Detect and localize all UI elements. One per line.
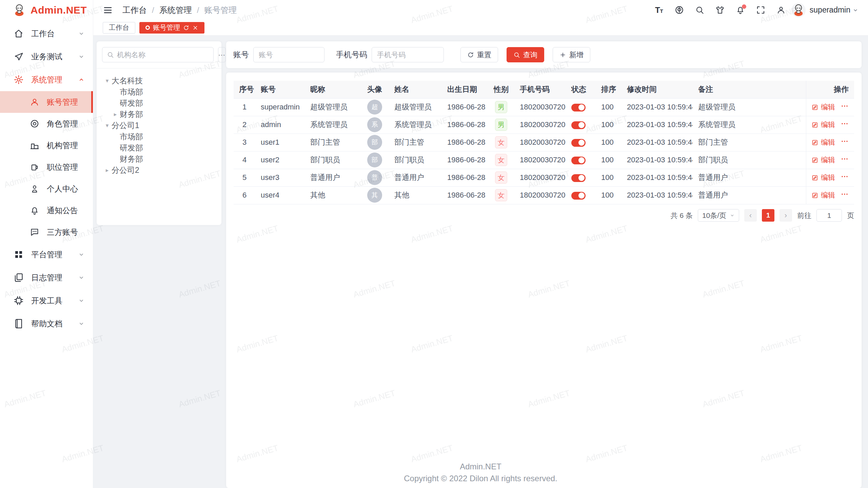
sidebar-item-开发工具[interactable]: 开发工具 — [0, 289, 93, 312]
account-filter-input[interactable] — [253, 47, 324, 62]
account-table-panel: 序号账号昵称头像姓名出生日期性别手机号码状态排序修改时间备注操作 1supera… — [226, 73, 862, 488]
more-actions-button[interactable] — [841, 172, 849, 183]
phone-filter-input[interactable] — [372, 47, 444, 62]
sidebar-item-日志管理[interactable]: 日志管理 — [0, 266, 93, 289]
sidebar-item-label: 开发工具 — [31, 296, 78, 306]
logo[interactable]: Admin.NET — [0, 0, 93, 20]
refresh-icon[interactable] — [183, 25, 189, 31]
cell-phone: 18020030720 — [514, 169, 566, 186]
tree-node-市场部[interactable]: 市场部 — [100, 131, 218, 142]
edit-icon — [811, 121, 818, 128]
status-toggle[interactable] — [571, 104, 586, 111]
edit-button-label: 编辑 — [821, 190, 835, 200]
status-toggle[interactable] — [571, 174, 586, 182]
cell-remark: 部门职员 — [693, 151, 806, 169]
cell-index: 5 — [234, 169, 255, 186]
sidebar-item-工作台[interactable]: 工作台 — [0, 22, 93, 45]
search-icon — [107, 51, 114, 58]
page-size-select[interactable]: 10条/页 — [698, 209, 739, 222]
edit-button[interactable]: 编辑 — [811, 138, 835, 147]
more-actions-button[interactable] — [841, 120, 849, 130]
cell-phone: 18020030720 — [514, 98, 566, 116]
edit-button-label: 编辑 — [821, 155, 835, 165]
tree-node-财务部[interactable]: 财务部 — [100, 154, 218, 165]
sidebar-item-三方账号[interactable]: 三方账号 — [0, 221, 93, 243]
gear-icon — [14, 75, 24, 85]
close-icon[interactable] — [192, 25, 198, 31]
fullscreen-icon[interactable] — [754, 3, 768, 17]
goto-label: 前往 — [797, 211, 811, 220]
tree-node-市场部[interactable]: 市场部 — [100, 86, 218, 98]
user-menu[interactable]: superadmin — [791, 3, 859, 17]
sidebar-item-角色管理[interactable]: 角色管理 — [0, 113, 93, 135]
sidebar-item-通知公告[interactable]: 通知公告 — [0, 200, 93, 221]
add-button[interactable]: 新增 — [553, 47, 590, 62]
edit-button-label: 编辑 — [821, 120, 835, 129]
edit-button[interactable]: 编辑 — [811, 102, 835, 112]
more-actions-button[interactable] — [841, 155, 849, 165]
goto-page-input[interactable] — [816, 209, 842, 222]
cell-gender: 男 — [488, 98, 514, 116]
sidebar-item-账号管理[interactable]: 账号管理 — [0, 91, 93, 113]
org-more-button[interactable]: ... — [218, 47, 226, 62]
edit-button[interactable]: 编辑 — [811, 120, 835, 129]
username: superadmin — [810, 5, 850, 15]
toggle-knob — [578, 140, 585, 146]
tree-node-label: 分公司1 — [112, 120, 139, 131]
edit-button[interactable]: 编辑 — [811, 190, 835, 200]
page-1-button[interactable]: 1 — [762, 209, 774, 222]
caret-down-icon[interactable]: ▾ — [103, 122, 112, 129]
status-toggle[interactable] — [571, 192, 586, 200]
sidebar-item-机构管理[interactable]: 机构管理 — [0, 135, 93, 156]
collapse-sidebar-icon[interactable] — [103, 5, 113, 15]
tab-account-mgmt[interactable]: 账号管理 — [139, 22, 204, 34]
tree-node-大名科技[interactable]: ▾大名科技 — [100, 75, 218, 86]
sidebar-item-职位管理[interactable]: 职位管理 — [0, 156, 93, 178]
breadcrumb-separator: / — [152, 5, 154, 15]
sidebar-item-业务测试[interactable]: 业务测试 — [0, 45, 93, 68]
sidebar-item-系统管理[interactable]: 系统管理 — [0, 68, 93, 91]
reset-button[interactable]: 重置 — [460, 47, 498, 62]
tree-node-分公司1[interactable]: ▾分公司1 — [100, 120, 218, 131]
cell-avatar: 其 — [360, 186, 389, 204]
cell-remark: 超级管理员 — [693, 98, 806, 116]
more-actions-button[interactable] — [841, 102, 849, 112]
sidebar-item-帮助文档[interactable]: 帮助文档 — [0, 312, 93, 335]
theme-icon[interactable] — [713, 3, 727, 17]
caret-down-icon[interactable]: ▾ — [103, 77, 112, 84]
prev-page-button[interactable]: ‹ — [744, 209, 757, 222]
logs-icon — [14, 272, 24, 283]
caret-right-icon[interactable]: ▸ — [103, 167, 112, 174]
edit-button[interactable]: 编辑 — [811, 173, 835, 182]
breadcrumb-item[interactable]: 系统管理 — [159, 5, 192, 16]
org-search-input[interactable] — [117, 51, 209, 59]
cell-account: superadmin — [255, 98, 305, 116]
next-page-button[interactable]: › — [780, 209, 792, 222]
tree-node-分公司2[interactable]: ▸分公司2 — [100, 165, 218, 176]
font-size-icon[interactable]: TT — [652, 3, 666, 17]
user-icon[interactable] — [774, 3, 788, 17]
more-actions-button[interactable] — [841, 137, 849, 147]
tab-workbench[interactable]: 工作台 — [103, 22, 135, 34]
caret-right-icon[interactable]: ▸ — [111, 111, 120, 118]
refresh-icon — [467, 52, 474, 58]
more-actions-button[interactable] — [841, 190, 849, 200]
edit-button[interactable]: 编辑 — [811, 155, 835, 165]
search-icon — [513, 52, 520, 58]
notification-icon[interactable] — [734, 3, 747, 17]
tree-node-财务部[interactable]: ▸财务部 — [100, 109, 218, 120]
language-icon[interactable] — [673, 3, 686, 17]
query-button[interactable]: 查询 — [507, 47, 544, 62]
status-toggle[interactable] — [571, 139, 586, 147]
gender-tag: 女 — [495, 136, 507, 148]
tree-node-研发部[interactable]: 研发部 — [100, 98, 218, 109]
sidebar-item-平台管理[interactable]: 平台管理 — [0, 243, 93, 266]
sidebar-item-个人中心[interactable]: 个人中心 — [0, 178, 93, 200]
search-icon[interactable] — [693, 3, 707, 17]
toggle-knob — [578, 104, 585, 110]
status-toggle[interactable] — [571, 157, 586, 164]
cell-avatar: 部 — [360, 151, 389, 169]
status-toggle[interactable] — [571, 121, 586, 129]
breadcrumb-item[interactable]: 工作台 — [122, 5, 147, 16]
tree-node-研发部[interactable]: 研发部 — [100, 142, 218, 154]
